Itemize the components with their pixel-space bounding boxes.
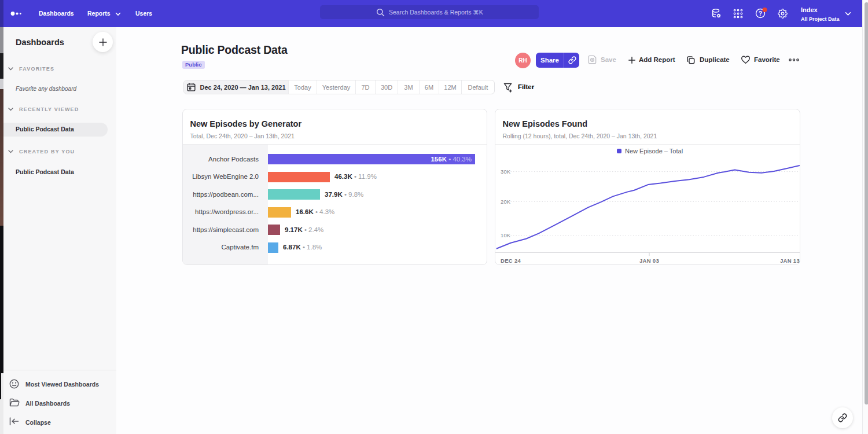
svg-text:?: ? (759, 10, 762, 17)
